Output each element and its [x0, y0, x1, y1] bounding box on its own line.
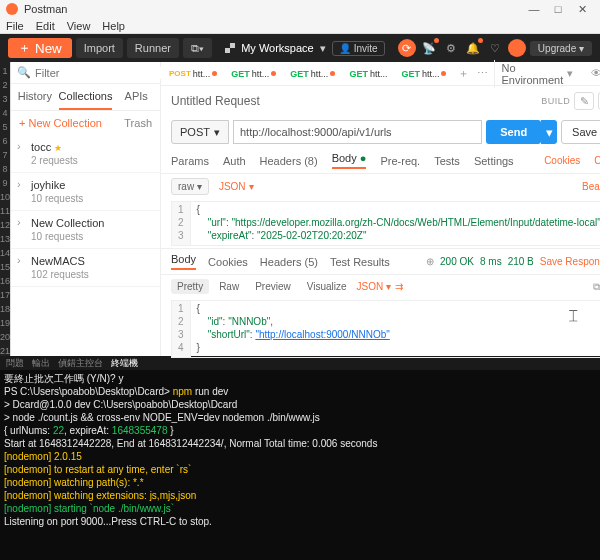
tab-history[interactable]: History — [11, 84, 59, 110]
code-link[interactable]: Code — [594, 155, 600, 166]
subtab-params[interactable]: Params — [171, 155, 209, 167]
environment-selector[interactable]: No Environment — [501, 62, 563, 86]
resp-tab-tests[interactable]: Test Results — [330, 256, 390, 268]
comments-icon[interactable]: ✎ — [574, 92, 594, 110]
collection-item[interactable]: NewMACS 102 requests — [11, 249, 160, 287]
subtab-prereq[interactable]: Pre-req. — [380, 155, 420, 167]
view-pretty[interactable]: Pretty — [171, 279, 209, 294]
upgrade-button[interactable]: Upgrade ▾ — [530, 41, 592, 56]
avatar[interactable] — [508, 39, 526, 57]
view-raw[interactable]: Raw — [213, 279, 245, 294]
terminal-tabs: 問題 輸出 偵錯主控台 終端機 — [0, 356, 600, 370]
workspace-grid-icon — [225, 43, 235, 53]
resp-tab-headers[interactable]: Headers (5) — [260, 256, 318, 268]
request-tab[interactable]: GEThtt... — [227, 67, 280, 81]
postman-logo-icon — [6, 3, 18, 15]
method-selector[interactable]: POST ▾ — [171, 120, 229, 144]
copy-icon[interactable]: ⧉ — [593, 281, 600, 293]
terminal-output[interactable]: 要終止批次工作嗎 (Y/N)? y PS C:\Users\poabob\Des… — [0, 370, 600, 560]
wrap-lines-icon[interactable]: ⇉ — [395, 281, 403, 292]
save-response-button[interactable]: Save Response ▾ — [540, 256, 600, 267]
menu-help[interactable]: Help — [102, 20, 125, 32]
capture-icon[interactable]: 📡 — [420, 39, 438, 57]
request-tabs: POSThtt... GEThtt... GEThtt... GEThtt...… — [161, 62, 600, 86]
invite-button[interactable]: 👤 Invite — [332, 41, 385, 56]
filter-input[interactable] — [35, 67, 173, 79]
star-icon: ★ — [54, 143, 62, 153]
chevron-down-icon[interactable]: ▾ — [567, 67, 573, 80]
menu-edit[interactable]: Edit — [36, 20, 55, 32]
term-tab-debug[interactable]: 偵錯主控台 — [58, 357, 103, 370]
send-dropdown-icon[interactable]: ▾ — [541, 120, 557, 144]
new-button[interactable]: ＋ New — [8, 38, 72, 58]
size-badge: 210 B — [508, 256, 534, 267]
app-title: Postman — [24, 3, 67, 15]
editor-gutter: 1234567891011121314151617181920212223 — [0, 62, 10, 356]
maximize-icon[interactable]: □ — [546, 3, 570, 15]
body-json-selector[interactable]: JSON ▾ — [219, 181, 254, 192]
network-icon[interactable]: ⊕ — [426, 256, 434, 267]
subtab-body[interactable]: Body ● — [332, 152, 367, 169]
topbar: ＋ New Import Runner ⧉▾ My Workspace ▾ 👤 … — [0, 34, 600, 62]
subtab-auth[interactable]: Auth — [223, 155, 246, 167]
request-tab[interactable]: GEThtt... — [397, 67, 450, 81]
trash-link[interactable]: Trash — [124, 117, 152, 129]
window-titlebar: Postman — □ ✕ — [0, 0, 600, 18]
import-button[interactable]: Import — [76, 38, 123, 58]
request-tab[interactable]: GEThtt... — [345, 67, 391, 81]
sidebar: 🔍 History Collections APIs + New Collect… — [11, 62, 161, 356]
chevron-down-icon: ▾ — [214, 126, 220, 139]
resp-json-selector[interactable]: JSON ▾ — [357, 281, 392, 292]
open-new-icon[interactable]: ⧉▾ — [183, 38, 212, 58]
notifications-icon[interactable]: 🔔 — [464, 39, 482, 57]
workspace-name[interactable]: My Workspace — [241, 42, 314, 54]
view-visualize[interactable]: Visualize — [301, 279, 353, 294]
text-cursor-icon: ⌶ — [569, 307, 577, 323]
term-tab-output[interactable]: 輸出 — [32, 357, 50, 370]
send-button[interactable]: Send — [486, 120, 541, 144]
tab-collections[interactable]: Collections — [59, 84, 113, 110]
heart-icon[interactable]: ♡ — [486, 39, 504, 57]
tab-apis[interactable]: APIs — [112, 84, 160, 110]
subtab-settings[interactable]: Settings — [474, 155, 514, 167]
subtab-tests[interactable]: Tests — [434, 155, 460, 167]
request-tab[interactable]: GEThtt... — [286, 67, 339, 81]
menubar: File Edit View Help — [0, 18, 600, 34]
runner-button[interactable]: Runner — [127, 38, 179, 58]
collection-item[interactable]: New Collection 10 requests — [11, 211, 160, 249]
menu-view[interactable]: View — [67, 20, 91, 32]
env-preview-icon[interactable]: 👁 — [591, 67, 600, 80]
chevron-down-icon[interactable]: ▾ — [320, 42, 326, 55]
response-body[interactable]: 1234 { "id": "NNNOb", "shortUrl": "http:… — [171, 300, 600, 358]
url-input[interactable]: http://localhost:9000/api/v1/urls — [233, 120, 482, 144]
build-label: BUILD — [541, 96, 570, 106]
settings-icon[interactable]: ⚙ — [442, 39, 460, 57]
more-tabs-icon[interactable]: ⋯ — [477, 67, 488, 80]
new-collection-button[interactable]: + New Collection — [19, 117, 102, 129]
save-button[interactable]: Save ▾ — [561, 120, 600, 144]
minimize-icon[interactable]: — — [522, 3, 546, 15]
term-tab-terminal[interactable]: 終端機 — [111, 357, 138, 370]
collection-item[interactable]: tocc ★ 2 requests — [11, 135, 160, 173]
menu-file[interactable]: File — [6, 20, 24, 32]
search-icon: 🔍 — [17, 66, 31, 79]
cookies-link[interactable]: Cookies — [544, 155, 580, 166]
request-tab[interactable]: POSThtt... — [165, 67, 221, 81]
close-icon[interactable]: ✕ — [570, 3, 594, 16]
resp-tab-body[interactable]: Body — [171, 253, 196, 270]
resp-tab-cookies[interactable]: Cookies — [208, 256, 248, 268]
body-raw-button[interactable]: raw ▾ — [171, 178, 209, 195]
request-body-editor[interactable]: 123 { "url": "https://developer.mozilla.… — [171, 201, 600, 246]
sync-icon[interactable]: ⟳ — [398, 39, 416, 57]
beautify-link[interactable]: Beautify — [582, 181, 600, 192]
status-badge: 200 OK — [440, 256, 474, 267]
term-tab-problems[interactable]: 問題 — [6, 357, 24, 370]
time-badge: 8 ms — [480, 256, 502, 267]
collection-item[interactable]: joyhike 10 requests — [11, 173, 160, 211]
view-preview[interactable]: Preview — [249, 279, 297, 294]
request-title[interactable]: Untitled Request — [171, 94, 260, 108]
add-tab-icon[interactable]: ＋ — [458, 66, 469, 81]
subtab-headers[interactable]: Headers (8) — [260, 155, 318, 167]
